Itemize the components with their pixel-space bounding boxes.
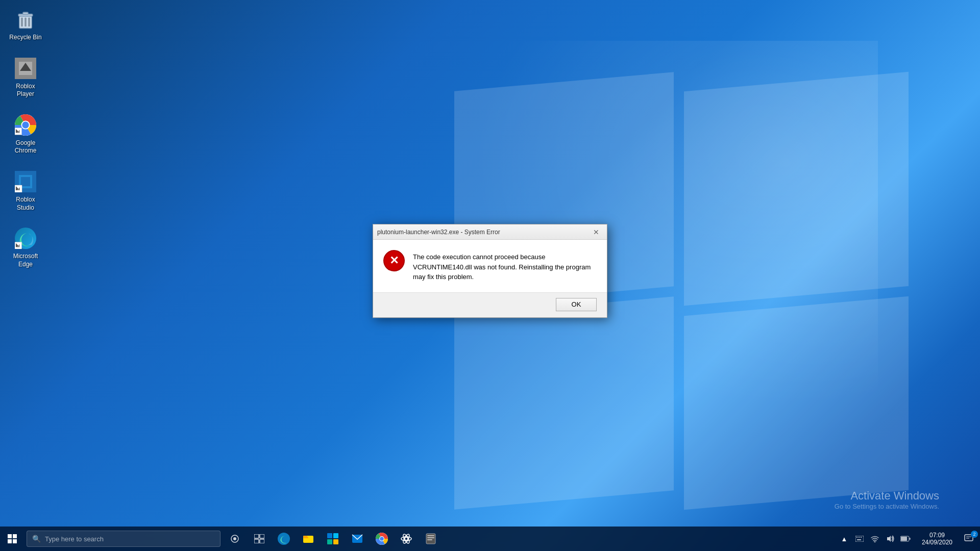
svg-point-11 [22,121,29,128]
roblox-player-label: Roblox Player [7,83,44,98]
svg-rect-1 [21,18,23,27]
start-button[interactable] [0,527,24,551]
search-icon: 🔍 [32,535,41,543]
svg-rect-41 [327,539,332,544]
systray-chevron[interactable]: ▲ [837,527,851,551]
svg-point-47 [405,537,408,540]
dialog-body: ✕ The code execution cannot proceed beca… [373,240,607,292]
taskbar-mail-app[interactable] [345,527,370,551]
error-x-symbol: ✕ [389,255,399,266]
task-view-button[interactable] [223,527,247,551]
taskbar-apps [247,527,443,551]
svg-point-30 [233,537,236,540]
microsoft-edge-label: Microsoft Edge [7,253,44,268]
dialog-overlay: plutonium-launcher-win32.exe - System Er… [0,0,980,551]
taskbar-search-bar[interactable]: 🔍 Type here to search [27,531,220,547]
svg-rect-40 [333,533,338,538]
file-explorer-icon [302,533,314,545]
google-chrome-icon [13,113,38,137]
svg-rect-56 [856,537,857,538]
wifi-icon [871,535,879,542]
battery-icon [900,536,911,542]
clock-date: 24/09/2020 [922,539,952,546]
svg-rect-5 [23,12,29,14]
svg-rect-57 [859,537,860,538]
svg-rect-42 [333,539,338,544]
svg-rect-63 [901,537,907,541]
taskbar-edge-icon [278,533,290,545]
svg-rect-26 [13,534,17,538]
dialog-titlebar[interactable]: plutonium-launcher-win32.exe - System Er… [373,224,607,240]
desktop-icons-area: Recycle Bin Roblox Player [0,0,51,286]
recycle-bin-label: Recycle Bin [9,34,41,42]
svg-rect-3 [28,18,30,27]
systray-wifi[interactable] [868,527,882,551]
desktop-icon-roblox-studio[interactable]: Roblox Studio [5,167,46,214]
svg-rect-54 [427,539,432,540]
dialog-footer: OK [373,292,607,317]
taskbar-book-app[interactable] [419,527,443,551]
activate-windows-watermark: Activate Windows Go to Settings to activ… [835,489,939,510]
desktop-icon-google-chrome[interactable]: Google Chrome [5,111,46,157]
multidesktop-icon [254,534,264,543]
systray-keyboard[interactable] [852,527,867,551]
keyboard-icon [855,536,864,542]
svg-rect-64 [909,538,911,540]
svg-rect-25 [8,534,12,538]
dialog-title: plutonium-launcher-win32.exe - System Er… [377,229,590,236]
recycle-bin-icon [13,7,38,32]
svg-rect-58 [861,537,862,538]
svg-rect-59 [857,539,861,540]
svg-rect-55 [855,536,864,542]
svg-point-46 [380,537,384,541]
taskbar-multidesktop-button[interactable] [247,527,272,551]
svg-rect-38 [303,536,307,538]
svg-rect-52 [427,535,434,536]
taskbar-clock[interactable]: 07:09 24/09/2020 [917,527,958,551]
taskbar-systray: ▲ [837,527,917,551]
desktop: Recycle Bin Roblox Player [0,0,980,551]
roblox-studio-icon [13,169,38,194]
svg-rect-31 [254,534,259,538]
taskbar: 🔍 Type here to search [0,527,980,551]
task-view-icon [230,534,239,543]
svg-point-60 [874,541,875,543]
systray-volume[interactable] [883,527,897,551]
activate-windows-title: Activate Windows [835,489,939,503]
taskbar-edge-app[interactable] [272,527,296,551]
microsoft-edge-icon [13,226,38,251]
taskbar-chrome-icon [376,533,388,545]
dialog-message: The code execution cannot proceed becaus… [413,250,597,282]
svg-rect-17 [21,177,30,186]
svg-rect-2 [24,18,27,27]
svg-marker-61 [887,536,891,542]
svg-rect-33 [254,539,259,543]
svg-rect-28 [13,539,17,543]
roblox-studio-label: Roblox Studio [7,196,44,212]
svg-rect-39 [327,533,332,538]
notification-center-button[interactable]: 2 [958,527,980,551]
atom-icon [400,533,412,545]
svg-rect-34 [260,539,264,543]
desktop-icon-microsoft-edge[interactable]: Microsoft Edge [5,224,46,270]
clock-time: 07:09 [929,532,945,539]
taskbar-file-explorer-app[interactable] [296,527,321,551]
mail-icon [351,533,363,545]
store-icon [327,533,339,545]
desktop-icon-roblox-player[interactable]: Roblox Player [5,54,46,101]
windows-logo-icon [8,534,17,543]
roblox-player-icon [13,56,38,81]
dialog-close-button[interactable]: ✕ [590,227,603,238]
volume-icon [886,535,894,542]
systray-battery[interactable] [898,527,913,551]
dialog-ok-button[interactable]: OK [556,298,597,311]
system-error-dialog[interactable]: plutonium-launcher-win32.exe - System Er… [373,224,607,318]
svg-rect-32 [260,534,264,538]
svg-rect-53 [427,537,434,538]
svg-rect-27 [8,539,12,543]
taskbar-atom-app[interactable] [394,527,419,551]
error-icon: ✕ [383,250,405,271]
taskbar-chrome-app[interactable] [370,527,394,551]
desktop-icon-recycle-bin[interactable]: Recycle Bin [5,5,46,44]
taskbar-store-app[interactable] [321,527,345,551]
